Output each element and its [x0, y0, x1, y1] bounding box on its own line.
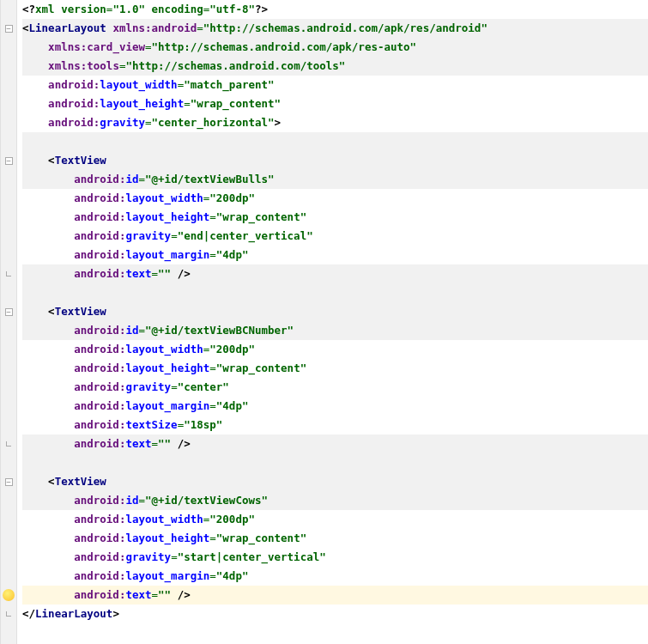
code-line: android:layout_margin="4dp" — [22, 567, 648, 586]
code-line: android:layout_width="200dp" — [22, 340, 648, 359]
fold-icon[interactable] — [5, 308, 13, 316]
code-line: android:layout_height="wrap_content" — [22, 94, 648, 113]
code-line: <TextView — [22, 472, 648, 491]
fold-end-icon — [5, 270, 13, 278]
fold-icon[interactable] — [5, 25, 13, 33]
fold-icon[interactable] — [5, 478, 13, 486]
code-line: android:layout_height="wrap_content" — [22, 359, 648, 378]
code-line-current: android:text="" /> — [22, 586, 648, 605]
code-line — [22, 453, 648, 472]
code-line: android:layout_width="200dp" — [22, 189, 648, 208]
lightbulb-icon[interactable] — [3, 589, 15, 601]
code-line: android:gravity="end|center_vertical" — [22, 227, 648, 246]
code-line: android:gravity="center_horizontal"> — [22, 113, 648, 132]
code-area[interactable]: <?xml version="1.0" encoding="utf-8"?> <… — [17, 0, 648, 644]
code-line: </LinearLayout> — [22, 605, 648, 623]
code-line: android:id="@+id/textViewCows" — [22, 491, 648, 510]
fold-end-icon — [5, 611, 13, 618]
code-line: android:layout_height="wrap_content" — [22, 208, 648, 227]
code-line: android:id="@+id/textViewBulls" — [22, 170, 648, 189]
code-line: android:layout_margin="4dp" — [22, 397, 648, 416]
code-line: xmlns:tools="http://schemas.android.com/… — [22, 57, 648, 76]
code-line: xmlns:card_view="http://schemas.android.… — [22, 38, 648, 57]
code-line: android:text="" /> — [22, 264, 648, 283]
code-line: android:layout_width="200dp" — [22, 510, 648, 529]
code-line: android:gravity="center" — [22, 378, 648, 397]
code-line: android:textSize="18sp" — [22, 416, 648, 434]
code-line: android:gravity="start|center_vertical" — [22, 548, 648, 567]
code-line: android:id="@+id/textViewBCNumber" — [22, 321, 648, 340]
code-editor[interactable]: <?xml version="1.0" encoding="utf-8"?> <… — [0, 0, 648, 644]
code-line: <TextView — [22, 302, 648, 321]
fold-end-icon — [5, 440, 13, 448]
code-line — [22, 283, 648, 302]
fold-icon[interactable] — [5, 157, 13, 165]
code-line: <?xml version="1.0" encoding="utf-8"?> — [22, 0, 648, 19]
code-line: <TextView — [22, 151, 648, 170]
code-line: android:text="" /> — [22, 434, 648, 453]
code-line: android:layout_width="match_parent" — [22, 76, 648, 94]
code-line: android:layout_margin="4dp" — [22, 246, 648, 264]
code-line — [22, 132, 648, 151]
gutter — [0, 0, 17, 644]
code-line: <LinearLayout xmlns:android="http://sche… — [22, 19, 648, 38]
code-line: android:layout_height="wrap_content" — [22, 529, 648, 548]
